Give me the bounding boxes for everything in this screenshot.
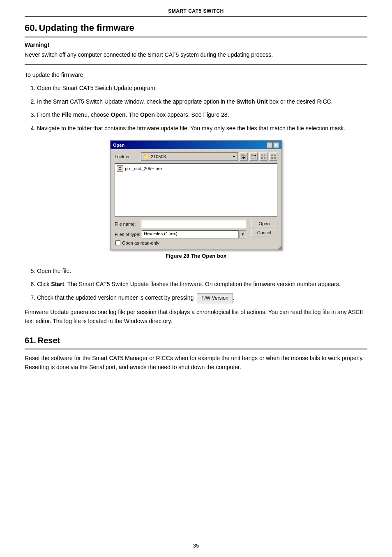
file-name-row: File name: [115, 220, 246, 228]
step-4-text: Navigate to the folder that contains the… [37, 125, 345, 132]
dialog-question-btn[interactable]: ? [267, 142, 272, 148]
resize-handle[interactable] [277, 245, 282, 250]
toolbar-btn-2[interactable] [249, 153, 258, 161]
warning-box: Warning! Never switch off any computer c… [25, 42, 367, 65]
dialog-title-buttons: ? × [267, 142, 279, 148]
step-3-text: From the File menu, choose Open. The Ope… [37, 111, 229, 118]
file-icon: 🗒 [117, 165, 123, 172]
open-readonly-checkbox[interactable] [115, 240, 120, 245]
svg-rect-10 [264, 155, 265, 156]
toolbar-btn-4[interactable] [269, 153, 277, 161]
file-name-label: File name: [115, 222, 139, 226]
section-number: 60. [25, 23, 37, 33]
file-name-input[interactable] [141, 220, 246, 228]
open-dialog: Open ? × Look in: 📁 210503 ▼ [110, 140, 282, 250]
svg-rect-14 [274, 155, 276, 156]
dialog-bottom-section: File name: Files of type: Hex Files (*.h… [115, 220, 277, 245]
step-7-text: Check that the updated version number is… [37, 294, 234, 301]
section-title: Updating the firmware [39, 23, 134, 33]
open-button[interactable]: Open [251, 220, 277, 227]
figure-caption: Figure 28 The Open box [25, 253, 367, 259]
section61-text: Reset the software for the Smart CAT5 Ma… [25, 354, 367, 372]
files-of-type-wrapper: Hex Files (*.hex) ▼ [142, 230, 246, 238]
intro-text: To update the firmware: [25, 70, 367, 79]
dialog-close-btn[interactable]: × [273, 142, 279, 148]
toolbar-btn-1[interactable] [240, 153, 248, 161]
file-item[interactable]: 🗒 pro_osd_20hE.hex [117, 165, 275, 172]
section-divider [25, 37, 367, 37]
dialog-btn-column: Open Cancel [251, 220, 277, 236]
step-6: Click Start. The Smart CAT5 Switch Updat… [37, 280, 367, 289]
svg-rect-15 [271, 157, 273, 159]
figure-container: Open ? × Look in: 📁 210503 ▼ [25, 140, 367, 259]
lookin-dropdown[interactable]: 📁 210503 ▼ [141, 153, 238, 161]
fw-version-button[interactable]: F/W Version [197, 293, 233, 303]
steps-list: Open the Smart CAT5 Switch Update progra… [37, 83, 367, 133]
files-of-type-label: Files of type: [115, 232, 140, 237]
svg-rect-12 [264, 157, 265, 159]
folder-icon: 📁 [143, 154, 149, 159]
lookin-value: 210503 [151, 154, 166, 159]
lookin-row: Look in: 📁 210503 ▼ [115, 153, 277, 161]
dialog-title-bar: Open ? × [111, 141, 281, 149]
page-number: 35 [193, 543, 199, 549]
step-1: Open the Smart CAT5 Switch Update progra… [37, 83, 367, 92]
section61-number: 61. [25, 336, 36, 345]
svg-rect-9 [261, 155, 263, 156]
step-2-bold1: Switch Unit [236, 98, 267, 105]
svg-rect-13 [271, 155, 273, 156]
steps-list-2: Open the file. Click Start. The Smart CA… [37, 266, 367, 303]
section61-divider [25, 349, 367, 349]
step-2: In the Smart CAT5 Switch Update window, … [37, 97, 367, 106]
file-area: 🗒 pro_osd_20hE.hex [115, 163, 277, 217]
toolbar-btn-3[interactable] [259, 153, 267, 161]
step-1-text: Open the Smart CAT5 Switch Update progra… [37, 85, 157, 91]
closing-text: Firmware Update generates one log file p… [25, 307, 367, 326]
step-6-bold: Start [51, 281, 64, 287]
checkbox-label: Open as read-only [122, 240, 159, 245]
dialog-title: Open [113, 143, 125, 148]
step-5: Open the file. [37, 266, 367, 275]
files-of-type-row: Files of type: Hex Files (*.hex) ▼ [115, 230, 246, 238]
step-3-bold2: Open [111, 111, 126, 118]
files-of-type-value: Hex Files (*.hex) [142, 230, 238, 238]
step-7: Check that the updated version number is… [37, 293, 367, 303]
step-4: Navigate to the folder that contains the… [37, 124, 367, 133]
dialog-body: Look in: 📁 210503 ▼ [111, 149, 281, 250]
lookin-arrow: ▼ [232, 155, 236, 159]
svg-rect-11 [261, 157, 263, 159]
dialog-fields: File name: Files of type: Hex Files (*.h… [115, 220, 246, 245]
svg-rect-16 [274, 157, 276, 159]
lookin-label: Look in: [115, 154, 139, 159]
checkbox-row: Open as read-only [115, 240, 246, 245]
step-5-text: Open the file. [37, 268, 71, 274]
file-item-name: pro_osd_20hE.hex [125, 166, 163, 171]
section61-title-text: Reset [38, 336, 60, 345]
warning-text: Never switch off any computer connected … [25, 51, 367, 59]
header-title: SMART CAT5 SWITCH [25, 8, 367, 17]
step-3-bold3: Open [140, 111, 155, 118]
page-footer: 35 [0, 540, 392, 549]
warning-title: Warning! [25, 42, 367, 48]
files-of-type-arrow[interactable]: ▼ [240, 230, 246, 238]
step-2-text: In the Smart CAT5 Switch Update window, … [37, 98, 333, 105]
step-3: From the File menu, choose Open. The Ope… [37, 110, 367, 119]
page: SMART CAT5 SWITCH 60. Updating the firmw… [0, 0, 392, 557]
step-3-bold1: File [62, 111, 71, 118]
cancel-button[interactable]: Cancel [251, 229, 277, 236]
step-6-text: Click Start. The Smart CAT5 Switch Updat… [37, 281, 341, 287]
